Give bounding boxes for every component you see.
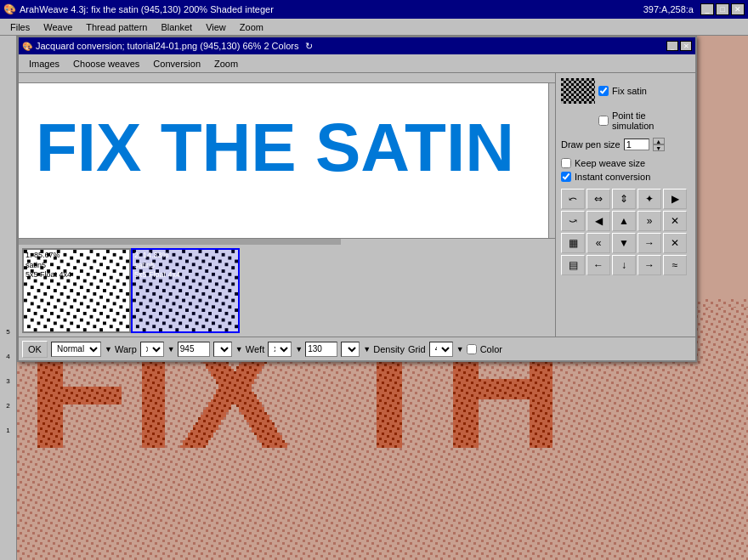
ruler-mark-5: 5 (6, 328, 9, 336)
menu-zoom[interactable]: Zoom (233, 20, 270, 34)
tool-btn-1[interactable]: ⤺ (561, 189, 585, 209)
tool-btn-10[interactable]: ✕ (663, 211, 687, 231)
tool-btn-12[interactable]: « (586, 233, 610, 253)
grid-label: Grid (408, 344, 426, 354)
pen-size-up[interactable]: ▲ (653, 138, 665, 144)
tool-btn-6[interactable]: ⤻ (561, 211, 585, 231)
ruler-left: 5 4 3 2 1 (0, 36, 17, 560)
fix-satin-row: Fix satin (598, 86, 647, 96)
tool-btn-18[interactable]: ↓ (612, 255, 636, 275)
grid-arrow: ▼ (456, 345, 463, 354)
dialog-menu-images[interactable]: Images (22, 57, 66, 71)
tool-btn-5[interactable]: ▶ (663, 189, 687, 209)
swatch-2-pct: 2: 14.33% (134, 251, 169, 259)
tool-btn-20[interactable]: ≈ (663, 255, 687, 275)
minimize-button[interactable]: _ (700, 3, 714, 15)
dialog-right-panel: Fix satin Point tie simulation Draw pen … (555, 73, 695, 337)
tool-btn-8[interactable]: ▲ (612, 211, 636, 231)
fix-satin-label: Fix satin (612, 86, 647, 96)
instant-conversion-checkbox[interactable] (561, 172, 571, 182)
weft-div[interactable]: /1 (341, 342, 360, 357)
pen-size-input[interactable] (624, 139, 649, 150)
weft-value-input[interactable] (305, 342, 337, 357)
fix-satin-icon (561, 78, 595, 104)
ruler-mark-1: 1 (6, 427, 9, 434)
warp-multiplier[interactable]: x1 (140, 342, 164, 357)
ok-button[interactable]: OK (22, 341, 48, 358)
pen-size-spinners: ▲ ▼ (653, 138, 665, 151)
dialog-minimize-button[interactable]: _ (666, 41, 678, 51)
fix-satin-checkbox[interactable] (598, 86, 609, 96)
density-label: Density (373, 344, 405, 354)
preview-text: FIX THE SATIN (19, 83, 555, 212)
top-ruler-canvas (22, 74, 39, 82)
tool-btn-4[interactable]: ✦ (638, 189, 661, 209)
swatch-1-label: 1: 85.67% satin5 5x5 Float 4x4 (24, 250, 73, 281)
swatch-2[interactable]: 2: 14.33% satin5 5x5 Float 4x4 (131, 248, 240, 333)
color-checkbox-row: Color (467, 344, 502, 354)
mode-arrow: ▼ (105, 345, 111, 354)
dialog-menu-choose-weaves[interactable]: Choose weaves (66, 57, 146, 71)
tool-btn-7[interactable]: ◀ (586, 211, 610, 231)
instant-conversion-label: Instant conversion (575, 172, 650, 182)
menu-thread-pattern[interactable]: Thread pattern (79, 20, 154, 34)
maximize-button[interactable]: □ (716, 3, 729, 15)
preview-hscrollbar[interactable] (19, 238, 555, 245)
dialog-bottom-bar: OK Normal ▼ Warp x1 ▼ /1 ▼ Weft x1 (19, 337, 695, 360)
point-tie-row: Point tie simulation (561, 110, 690, 131)
title-bar: 🎨 ArahWeave 4.3j: fix the satin (945,130… (0, 0, 748, 19)
tool-btn-19[interactable]: → (638, 255, 661, 275)
weft-multiplier[interactable]: x1 (268, 342, 292, 357)
dialog-close-button[interactable]: ✕ (680, 41, 692, 51)
pen-size-row: Draw pen size ▲ ▼ (561, 138, 690, 151)
ruler-mark-3: 3 (6, 377, 9, 385)
app-title: ArahWeave 4.3j: fix the satin (945,130) … (20, 4, 274, 14)
menu-view[interactable]: View (199, 20, 233, 34)
tool-btn-13[interactable]: ▼ (612, 233, 636, 253)
swatch-2-name: satin5 (134, 261, 155, 269)
canvas-area: 🎨 Jacquard conversion; tutorial24-01.png… (17, 36, 748, 560)
grid-select[interactable]: 4 (429, 342, 453, 357)
preview-image-area: FIX THE SATIN (19, 83, 555, 245)
swatches-area: 1: 85.67% satin5 5x5 Float 4x4 2: 14.33%… (19, 245, 555, 337)
dialog-title: Jacquard conversion; tutorial24-01.png (… (36, 41, 298, 51)
swatch-2-label: 2: 14.33% satin5 5x5 Float 4x4 (133, 250, 182, 281)
app-icon: 🎨 (3, 3, 16, 15)
close-button[interactable]: ✕ (731, 3, 745, 15)
point-tie-label: Point tie simulation (612, 110, 690, 131)
tool-btn-11[interactable]: ▦ (561, 233, 585, 253)
preview-hscrollbar-thumb[interactable] (19, 239, 341, 245)
menu-blanket[interactable]: Blanket (154, 20, 199, 34)
weft-div-arrow: ▼ (363, 345, 370, 354)
pen-size-down[interactable]: ▼ (653, 144, 665, 151)
menu-bar: Files Weave Thread pattern Blanket View … (0, 19, 748, 36)
tool-btn-16[interactable]: ▤ (561, 255, 585, 275)
color-checkbox[interactable] (467, 344, 477, 354)
dialog-icon: 🎨 (22, 42, 32, 51)
tool-btn-9[interactable]: » (638, 211, 661, 231)
dialog-spin-icon: ↻ (305, 41, 313, 52)
tool-btn-17[interactable]: ← (586, 255, 610, 275)
instant-conversion-row: Instant conversion (561, 172, 690, 182)
dialog-menu-conversion[interactable]: Conversion (146, 57, 207, 71)
tool-btn-2[interactable]: ⇔ (586, 189, 610, 209)
tool-btn-15[interactable]: ✕ (663, 233, 687, 253)
tool-btn-14[interactable]: → (638, 233, 661, 253)
preview-vscrollbar[interactable] (548, 83, 555, 238)
warp-div[interactable]: /1 (213, 342, 232, 357)
top-ruler (19, 73, 555, 83)
weft-arrow: ▼ (295, 345, 302, 354)
main-container: 5 4 3 2 1 🎨 Jacquard conversion; tutoria… (0, 36, 748, 560)
menu-weave[interactable]: Weave (37, 20, 79, 34)
swatch-1[interactable]: 1: 85.67% satin5 5x5 Float 4x4 (22, 248, 131, 333)
menu-files[interactable]: Files (3, 20, 37, 34)
dialog-menu-zoom[interactable]: Zoom (207, 57, 245, 71)
warp-value-input[interactable] (178, 342, 210, 357)
point-tie-checkbox[interactable] (598, 116, 609, 126)
warp-div-arrow: ▼ (235, 345, 242, 354)
mode-select[interactable]: Normal (51, 342, 101, 357)
warp-arrow: ▼ (167, 345, 174, 354)
keep-weave-checkbox[interactable] (561, 158, 571, 168)
tool-btn-3[interactable]: ⇕ (612, 189, 636, 209)
ruler-mark-2: 2 (6, 402, 9, 410)
